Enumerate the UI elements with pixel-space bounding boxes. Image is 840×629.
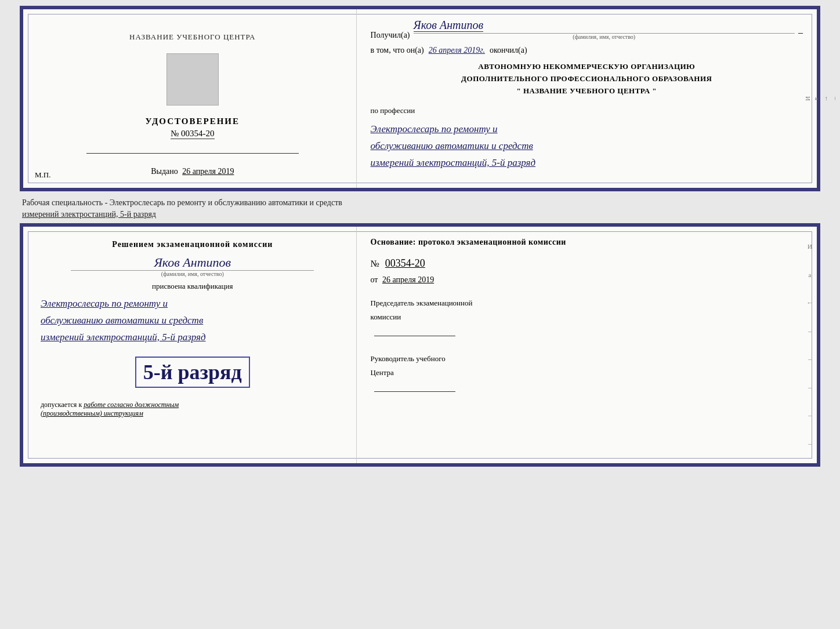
cert-title: УДОСТОВЕРЕНИЕ	[146, 117, 240, 126]
profession-line1: Электрослесарь по ремонту и	[371, 121, 803, 138]
cert-stamp-image	[166, 53, 219, 106]
bottom-certificate: Решением экзаменационной комиссии Яков А…	[20, 223, 820, 467]
vtom-prefix: в том, что он(а)	[371, 46, 424, 55]
between-label: Рабочая специальность - Электрослесарь п…	[20, 194, 820, 223]
chairman-block: Председатель экзаменационной комиссии	[371, 296, 803, 340]
director-block: Руководитель учебного Центра	[371, 352, 803, 396]
ot-row: от 26 апреля 2019	[371, 275, 803, 285]
osnov-label: Основание: протокол экзаменационной коми…	[371, 236, 803, 248]
poluchil-label: Получил(а)	[371, 31, 410, 40]
ot-date: 26 апреля 2019	[382, 275, 434, 284]
commission-title: Решением экзаменационной комиссии	[41, 238, 345, 250]
between-line1: Рабочая специальность - Электрослесарь п…	[22, 197, 818, 209]
okonchil: окончил(а)	[490, 46, 527, 55]
profession-line3: измерений электростанций, 5-й разряд	[371, 155, 803, 172]
bottom-profession-line3: измерений электростанций, 5-й разряд	[41, 329, 345, 346]
org-quote-open: "	[517, 86, 522, 95]
org-name-quotes: " НАЗВАНИЕ УЧЕБНОГО ЦЕНТРА "	[371, 85, 803, 97]
ot-label: от	[371, 275, 378, 284]
dopuskaetsya-text: работе согласно должностным	[84, 401, 179, 409]
top-school-label: НАЗВАНИЕ УЧЕБНОГО ЦЕНТРА	[129, 32, 255, 42]
dopuskaetsya-text2: (производственным) инструкциям	[41, 409, 345, 418]
profession-line2: обслуживанию автоматики и средств	[371, 138, 803, 155]
org-line2: ДОПОЛНИТЕЛЬНОГО ПРОФЕССИОНАЛЬНОГО ОБРАЗО…	[371, 73, 803, 85]
bottom-cert-right: Основание: протокол экзаменационной коми…	[357, 227, 817, 463]
issued-label: Выдано	[151, 167, 178, 176]
top-certificate: НАЗВАНИЕ УЧЕБНОГО ЦЕНТРА УДОСТОВЕРЕНИЕ №…	[20, 6, 820, 191]
bottom-profession-line1: Электрослесарь по ремонту и	[41, 296, 345, 312]
top-cert-right: Получил(а) Яков Антипов (фамилия, имя, о…	[357, 9, 817, 188]
chairman-label: Председатель экзаменационной	[371, 296, 803, 310]
vtom-date: 26 апреля 2019г.	[429, 46, 485, 55]
between-line2: измерений электростанций, 5-й разряд	[22, 209, 818, 220]
cert-number: № 00354-20	[171, 129, 215, 139]
side-decoration: И а ← – – –	[805, 9, 815, 188]
top-cert-left: НАЗВАНИЕ УЧЕБНОГО ЦЕНТРА УДОСТОВЕРЕНИЕ №…	[23, 9, 357, 188]
cert-title-block: УДОСТОВЕРЕНИЕ № 00354-20	[146, 117, 240, 139]
big-rank-block: 5-й разряд	[41, 354, 345, 390]
mp-label: М.П.	[35, 170, 50, 180]
bottom-fio-subtitle: (фамилия, имя, отчество)	[71, 270, 314, 277]
person-name-block: Яков Антипов (фамилия, имя, отчество)	[41, 255, 345, 277]
org-quote-close: "	[652, 86, 657, 95]
fio-subtitle: (фамилия, имя, отчество)	[414, 33, 795, 40]
issued-date: 26 апреля 2019	[182, 167, 234, 176]
director-label: Руководитель учебного	[371, 352, 803, 365]
commission-label: комиссии	[371, 310, 803, 323]
director-sig-line	[374, 391, 455, 392]
org-block: АВТОНОМНУЮ НЕКОММЕРЧЕСКУЮ ОРГАНИЗАЦИЮ ДО…	[371, 61, 803, 97]
bottom-cert-left: Решением экзаменационной комиссии Яков А…	[23, 227, 357, 463]
recipient-row: Получил(а) Яков Антипов (фамилия, имя, о…	[371, 19, 803, 40]
profession-block: Электрослесарь по ремонту и обслуживанию…	[371, 121, 803, 172]
big-rank-label: 5-й разряд	[135, 357, 250, 388]
number-row: № 00354-20	[371, 257, 803, 270]
org-line1: АВТОНОМНУЮ НЕКОММЕРЧЕСКУЮ ОРГАНИЗАЦИЮ	[371, 61, 803, 73]
dopuskaetsya-prefix: допускается к	[41, 401, 82, 409]
number-label: №	[371, 259, 379, 268]
vtom-row: в том, что он(а) 26 апреля 2019г. окончи…	[371, 46, 803, 55]
person-name: Яков Антипов	[41, 255, 345, 270]
number-value: 00354-20	[385, 257, 425, 269]
chairman-sig-line	[374, 336, 455, 336]
recipient-name-block: Яков Антипов (фамилия, имя, отчество)	[414, 19, 795, 40]
po-professii-label: по профессии	[371, 106, 803, 115]
bottom-side-decoration: И а ← – – – – –	[805, 227, 815, 463]
org-name: НАЗВАНИЕ УЧЕБНОГО ЦЕНТРА	[523, 86, 650, 95]
dash: –	[798, 27, 803, 38]
center-label: Центра	[371, 366, 803, 379]
recipient-name: Яков Антипов	[414, 19, 484, 32]
bottom-profession-line2: обслуживанию автоматики и средств	[41, 312, 345, 329]
prisvoena-label: присвоена квалификация	[41, 282, 345, 291]
bottom-profession-block: Электрослесарь по ремонту и обслуживанию…	[41, 296, 345, 346]
dopuskaetsya-block: допускается к работе согласно должностны…	[41, 401, 345, 418]
